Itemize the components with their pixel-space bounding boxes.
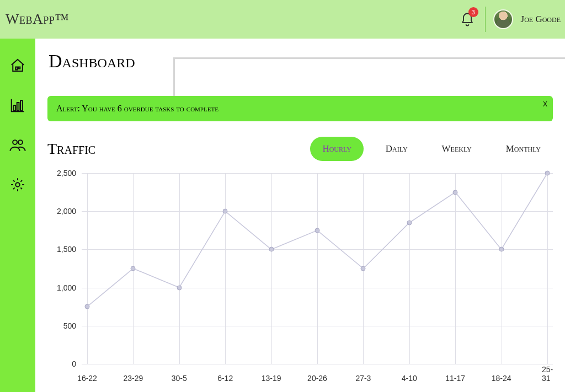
data-point[interactable] [361, 266, 366, 271]
gear-icon [9, 176, 26, 193]
svg-rect-2 [14, 105, 16, 111]
data-point[interactable] [131, 266, 136, 271]
alert-text: Alert: You have 6 overdue tasks to compl… [56, 104, 218, 114]
x-tick-label: 18-24 [492, 374, 511, 383]
tab-hourly[interactable]: Hourly [310, 137, 363, 161]
app-logo: WebApp™ [6, 11, 69, 28]
x-tick-label: 30-5 [172, 374, 187, 383]
y-tick-label: 0 [72, 359, 76, 368]
data-point[interactable] [315, 228, 320, 233]
data-point[interactable] [177, 285, 182, 290]
x-tick-label: 20-26 [307, 374, 327, 383]
svg-rect-3 [17, 103, 19, 111]
data-point[interactable] [223, 209, 228, 214]
x-tick-label: 13-19 [262, 374, 281, 383]
data-point[interactable] [499, 247, 504, 252]
x-tick-label: 6-12 [217, 374, 233, 383]
range-tabs: Hourly Daily Weekly Monthly [310, 137, 553, 161]
y-tick-label: 2,000 [57, 207, 76, 216]
divider [485, 7, 486, 32]
data-point[interactable] [453, 190, 458, 195]
home-icon [9, 57, 26, 74]
traffic-chart: 05001,0001,5002,0002,500 16-2223-2930-56… [47, 173, 553, 383]
avatar[interactable] [493, 9, 513, 29]
data-point[interactable] [269, 247, 274, 252]
sidebar-item-users[interactable] [8, 136, 27, 154]
data-point[interactable] [85, 304, 90, 309]
sidebar-item-settings[interactable] [8, 175, 27, 194]
line-path [82, 173, 553, 364]
x-tick-label: 4-10 [402, 374, 417, 383]
svg-point-6 [18, 140, 23, 144]
y-tick-label: 2,500 [57, 169, 76, 178]
section-title-traffic: Traffic [47, 140, 95, 158]
main: Dashboard Alert: You have 6 overdue task… [35, 39, 565, 392]
data-point[interactable] [545, 171, 550, 176]
alert-close-button[interactable]: x [543, 98, 547, 109]
sidebar-item-analytics[interactable] [8, 96, 27, 115]
x-tick-label: 23-29 [123, 374, 143, 383]
tab-monthly[interactable]: Monthly [494, 137, 553, 161]
gridline-horizontal [82, 364, 553, 364]
notifications-button[interactable]: 3 [457, 9, 477, 29]
x-tick-label: 16-22 [77, 374, 97, 383]
notification-badge: 3 [468, 7, 478, 17]
svg-rect-4 [20, 100, 23, 111]
y-tick-label: 500 [63, 321, 76, 330]
y-tick-label: 1,000 [57, 283, 76, 292]
username[interactable]: Joe Goode [521, 14, 561, 25]
svg-rect-1 [18, 67, 20, 69]
app-header: WebApp™ 3 Joe Goode [0, 0, 565, 39]
tab-daily[interactable]: Daily [374, 137, 420, 161]
sidebar-item-home[interactable] [8, 56, 27, 75]
header-right: 3 Joe Goode [457, 7, 561, 32]
x-tick-label: 11-17 [445, 374, 465, 383]
tab-weekly[interactable]: Weekly [430, 137, 484, 161]
page-title: Dashboard [35, 39, 565, 72]
svg-point-5 [13, 140, 17, 144]
x-tick-label: 27-3 [355, 374, 371, 383]
data-point[interactable] [407, 220, 412, 225]
sidebar [0, 39, 35, 392]
svg-point-7 [15, 182, 20, 187]
svg-rect-0 [15, 67, 17, 70]
users-icon [9, 137, 26, 153]
alert-banner: Alert: You have 6 overdue tasks to compl… [47, 96, 553, 121]
bar-chart-icon [9, 97, 26, 114]
y-tick-label: 1,500 [57, 245, 76, 254]
x-tick-label: 25-31 [542, 365, 553, 383]
